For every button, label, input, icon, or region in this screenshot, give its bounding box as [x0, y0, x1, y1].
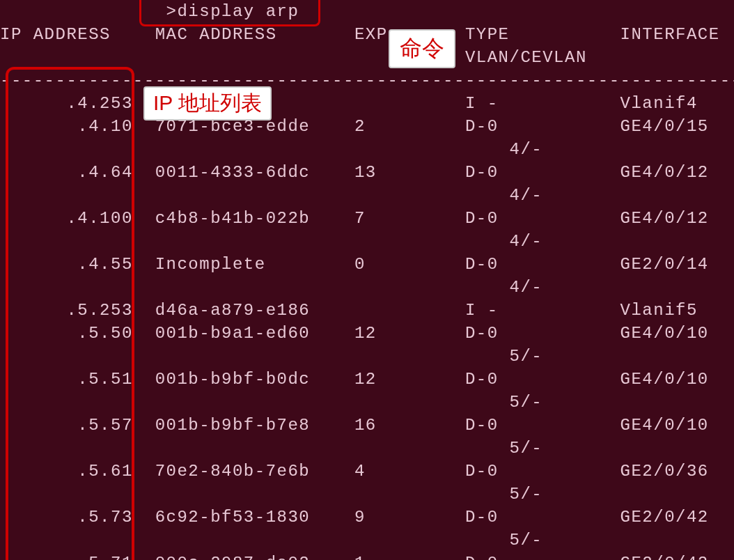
table-row-vlan: 4/-: [0, 276, 734, 299]
divider-row: ----------------------------------------…: [0, 69, 734, 92]
table-row-vlan: 5/-: [0, 529, 734, 552]
table-row: .5.50 001b-b9a1-ed60 12 D-0 GE4/0/10: [0, 322, 734, 345]
table-row: .4.55 Incomplete 0 D-0 GE2/0/14: [0, 253, 734, 276]
table-row: .5.73 6c92-bf53-1830 9 D-0 GE2/0/42: [0, 506, 734, 529]
table-row: .5.61 70e2-840b-7e6b 4 D-0 GE2/0/36: [0, 460, 734, 483]
table-row: .5.71 000c-2987-de02 1 D-0 GE2/0/42: [0, 552, 734, 560]
table-row-vlan: 4/-: [0, 230, 734, 253]
header-row-2: VLAN/CEVLAN: [0, 46, 734, 69]
table-row: .4.64 0011-4333-6ddc 13 D-0 GE4/0/12: [0, 161, 734, 184]
table-row-vlan: 4/-: [0, 138, 734, 161]
table-row-vlan: 4/-: [0, 184, 734, 207]
table-row: .4.10 7071-bce3-edde 2 D-0 GE4/0/15: [0, 115, 734, 138]
table-row: .4.100 c4b8-b41b-022b 7 D-0 GE4/0/12: [0, 207, 734, 230]
header-row-1: IP ADDRESS MAC ADDRESS EXP TYPE INTERFAC…: [0, 23, 734, 46]
terminal-output: >display arpIP ADDRESS MAC ADDRESS EXP T…: [0, 0, 734, 560]
table-row: .4.253 I - Vlanif4: [0, 92, 734, 115]
table-row: .5.253 d46a-a879-e186 I - Vlanif5: [0, 299, 734, 322]
table-row: .5.51 001b-b9bf-b0dc 12 D-0 GE4/0/10: [0, 368, 734, 391]
annotation-ip-list: IP 地址列表: [143, 86, 272, 120]
table-row-vlan: 5/-: [0, 345, 734, 368]
table-row-vlan: 5/-: [0, 483, 734, 506]
table-row: .5.57 001b-b9bf-b7e8 16 D-0 GE4/0/10: [0, 414, 734, 437]
command-line: >display arp: [0, 0, 734, 23]
table-row-vlan: 5/-: [0, 391, 734, 414]
annotation-command: 命令: [389, 29, 455, 68]
table-row-vlan: 5/-: [0, 437, 734, 460]
